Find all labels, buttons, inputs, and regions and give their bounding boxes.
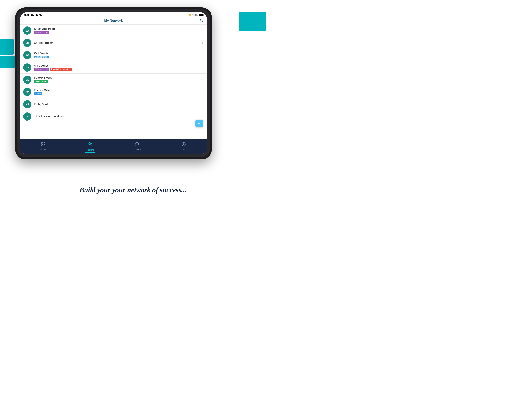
chevron-right-icon: ›	[202, 78, 203, 81]
svg-rect-2	[42, 142, 43, 144]
avatar: CB	[23, 39, 31, 47]
chevron-right-icon: ›	[202, 66, 203, 69]
chevron-right-icon: ›	[202, 29, 203, 32]
battery-icon	[199, 14, 203, 16]
contact-tags: Family	[34, 92, 201, 95]
avatar: CS	[23, 112, 31, 121]
contact-info: Caroline Brown	[34, 41, 201, 45]
tab-network[interactable]: Network	[67, 141, 114, 153]
ipad-frame: 10:15 Sun 17 Mar ··· 📶 100 % My Network	[15, 7, 212, 159]
contact-info: Christina Smith-Walters	[34, 115, 201, 118]
svg-point-6	[89, 142, 90, 144]
knowhow-icon	[134, 142, 139, 148]
tag-potential-sales-partner: Potential sales partner	[50, 68, 72, 71]
contact-item[interactable]: CL Cynthia Lewis Sales partner ›	[20, 74, 207, 86]
contact-item[interactable]: EM Evelina Miller Family ›	[20, 86, 207, 98]
tab-models-label: Models	[40, 148, 47, 151]
tag-acquaintance: Acquaintance	[34, 56, 49, 58]
tab-knowhow[interactable]: KnowHow	[114, 141, 160, 153]
info-icon	[181, 142, 186, 148]
contact-item[interactable]: SA Sarah Anderson Potential Host ›	[20, 25, 207, 37]
tab-info[interactable]: Info	[160, 141, 207, 153]
tab-bar: Models Network	[20, 140, 207, 154]
contact-item[interactable]: KG Karl Garcia Acquaintance ›	[20, 49, 207, 61]
status-dots: ···	[114, 13, 118, 17]
contact-tags: Potential Host Potential sales partner	[34, 68, 201, 71]
contact-info: Cynthia Lewis Sales partner	[34, 76, 201, 83]
tagline: Build your your network of success...	[0, 186, 266, 194]
contact-tags: Sales partner	[34, 80, 201, 83]
contact-list: SA Sarah Anderson Potential Host › CB Ca…	[20, 25, 207, 140]
svg-point-7	[90, 144, 92, 145]
contact-name: Evelina Miller	[34, 89, 201, 92]
nav-header: My Network	[20, 17, 207, 25]
tab-models[interactable]: Models	[20, 141, 67, 153]
tag-potential-host: Potential Host	[34, 31, 49, 34]
chevron-right-icon: ›	[202, 54, 203, 57]
svg-rect-5	[44, 145, 45, 146]
contact-name: Christina Smith-Walters	[34, 115, 201, 118]
ipad-screen: 10:15 Sun 17 Mar ··· 📶 100 % My Network	[20, 12, 207, 154]
avatar: KG	[23, 51, 31, 59]
contact-item[interactable]: CB Caroline Brown ›	[20, 37, 207, 49]
contact-item[interactable]: AJ Alice Jones Potential Host Potential …	[20, 61, 207, 74]
tag-potential-host: Potential Host	[34, 68, 49, 71]
avatar: EM	[23, 88, 31, 96]
home-indicator	[108, 154, 119, 154]
contact-name: Caroline Brown	[34, 41, 201, 45]
avatar: CL	[23, 76, 31, 84]
contact-tags: Acquaintance	[34, 56, 201, 58]
contact-info: Karl Garcia Acquaintance	[34, 52, 201, 58]
tab-network-label: Network	[87, 149, 94, 151]
tab-knowhow-label: KnowHow	[133, 148, 141, 151]
ipad-inner-bezel: 10:15 Sun 17 Mar ··· 📶 100 % My Network	[17, 9, 210, 157]
contact-item[interactable]: KS Kathy Scott ›	[20, 98, 207, 110]
avatar: AJ	[23, 63, 31, 71]
wifi-icon: 📶	[189, 14, 191, 16]
status-right: 📶 100 %	[189, 14, 203, 16]
contact-name: Cynthia Lewis	[34, 76, 201, 79]
contact-name: Sarah Anderson	[34, 27, 201, 30]
chevron-right-icon: ›	[202, 41, 203, 45]
chevron-right-icon: ›	[202, 103, 203, 106]
page-title: My Network	[104, 19, 123, 23]
teal-decoration-top	[239, 12, 266, 31]
add-contact-button[interactable]: +	[195, 120, 203, 127]
tag-sales-partner: Sales partner	[34, 80, 48, 83]
teal-decoration-left-mid	[0, 39, 14, 55]
contact-info: Sarah Anderson Potential Host	[34, 27, 201, 34]
models-icon	[41, 142, 46, 148]
contact-name: Alice Jones	[34, 64, 201, 67]
contact-tags: Potential Host	[34, 31, 201, 34]
battery-percent: 100 %	[192, 14, 198, 16]
tab-info-label: Info	[182, 148, 185, 151]
contact-name: Karl Garcia	[34, 52, 201, 55]
contact-info: Kathy Scott	[34, 103, 201, 106]
status-time: 10:15 Sun 17 Mar	[24, 14, 43, 16]
svg-rect-3	[44, 142, 45, 144]
tag-family: Family	[34, 92, 43, 95]
network-icon	[88, 142, 93, 148]
avatar: KS	[23, 100, 31, 108]
svg-rect-4	[42, 145, 43, 146]
contact-info: Evelina Miller Family	[34, 89, 201, 95]
contact-name: Kathy Scott	[34, 103, 201, 106]
chevron-right-icon: ›	[202, 90, 203, 94]
status-bar: 10:15 Sun 17 Mar ··· 📶 100 %	[20, 12, 207, 17]
contact-info: Alice Jones Potential Host Potential sal…	[34, 64, 201, 71]
search-button[interactable]	[200, 19, 203, 23]
svg-line-1	[202, 21, 203, 22]
contact-item[interactable]: CS Christina Smith-Walters ›	[20, 110, 207, 123]
avatar: SA	[23, 26, 31, 35]
chevron-right-icon: ›	[202, 115, 203, 118]
svg-point-0	[200, 19, 202, 21]
